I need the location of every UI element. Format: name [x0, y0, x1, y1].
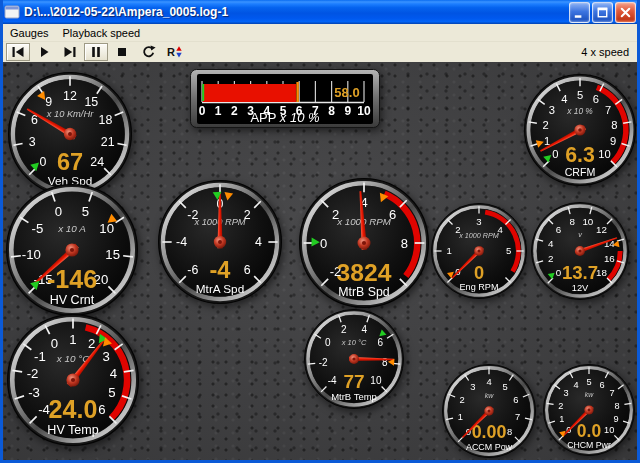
- tick-label: -3: [28, 385, 40, 400]
- tick-label: 2: [548, 253, 553, 264]
- tick-label: 3: [476, 216, 481, 227]
- tick-label: 0: [320, 236, 327, 251]
- tick-label: -4: [176, 235, 187, 249]
- loop-button[interactable]: [136, 43, 160, 61]
- skip-start-icon: [10, 44, 26, 60]
- app-icon: [4, 4, 20, 20]
- loop-icon: [140, 44, 156, 60]
- tick-label: 4: [486, 376, 491, 387]
- gauge-accm_pow: 012345678kw0.00ACCM Pow: [442, 364, 536, 458]
- bar-tick-label: 9: [344, 104, 351, 118]
- gauge-unit: x 1000 RPM: [458, 231, 499, 240]
- gauge-mtrb_temp: -4-20246810x 10 °C77MtrB Temp: [304, 309, 404, 409]
- tick-label: 0: [39, 155, 46, 169]
- tick-label: 8: [615, 401, 620, 411]
- gauge-label: 12V: [572, 283, 589, 293]
- skip-start-button[interactable]: [6, 43, 30, 61]
- tick-label: -6: [187, 263, 198, 277]
- stop-button[interactable]: [110, 43, 134, 61]
- tick-label: 6: [556, 224, 562, 235]
- bar-label: APP x 10 %: [250, 110, 319, 125]
- tick-label: -1: [34, 349, 46, 364]
- menu-playback-speed[interactable]: Playback speed: [56, 25, 148, 41]
- tick-label: 10: [598, 148, 610, 160]
- tick-label: 6: [513, 394, 518, 405]
- tick-label: 4: [548, 238, 554, 249]
- gauge-chcm_pwr: 012345678910kw0.0CHCM Pwr: [543, 364, 635, 456]
- stop-icon: [114, 44, 130, 60]
- gauge-unit: x 10 A: [57, 223, 86, 234]
- tick-label: 3: [549, 104, 555, 116]
- pause-button[interactable]: [84, 43, 108, 61]
- tick-label: 1: [559, 414, 564, 424]
- gauge-label: HV Crnt: [50, 293, 95, 307]
- tick-label: 10: [604, 425, 614, 435]
- tick-label: 3: [102, 349, 109, 364]
- gauge-hv_crnt: -15-10-505101520x 10 A-146HV Crnt: [6, 184, 138, 316]
- tick-label: 4: [110, 366, 117, 381]
- tick-label: 7: [515, 411, 520, 422]
- tick-label: 2: [341, 324, 347, 335]
- tick-label: 8: [611, 118, 617, 130]
- gauge-unit: kw: [585, 391, 594, 398]
- tick-label: 4: [561, 93, 567, 105]
- gauge-value: -146: [47, 265, 97, 293]
- tick-label: 6: [244, 263, 251, 277]
- bar-fill: [203, 84, 296, 102]
- tick-label: -4: [328, 375, 337, 386]
- maximize-icon: [595, 5, 610, 20]
- gauge-value: 6.3: [565, 143, 595, 167]
- close-button[interactable]: [615, 2, 636, 23]
- gauge-label: CHCM Pwr: [567, 440, 611, 450]
- tick-label: 21: [101, 135, 115, 149]
- bar-tick-label: 10: [357, 104, 371, 118]
- tick-label: -2: [27, 366, 39, 381]
- tick-label: 5: [108, 385, 115, 400]
- gauge-v12: 024681012141618v13.712V: [531, 202, 629, 300]
- gauge-value: -4: [210, 257, 231, 283]
- tick-label: 4: [255, 235, 262, 249]
- tick-label: 3: [470, 381, 475, 392]
- tick-label: 0: [325, 337, 331, 348]
- tick-label: 12: [596, 224, 607, 235]
- maximize-button[interactable]: [592, 2, 613, 23]
- tick-label: 18: [99, 113, 113, 127]
- reverse-button[interactable]: R: [162, 43, 186, 61]
- gauge-label: MtrB Temp: [331, 391, 377, 402]
- tick-label: 3: [563, 388, 568, 398]
- tick-label: -2: [319, 357, 328, 368]
- tick-label: 6: [599, 380, 604, 390]
- play-icon: [36, 44, 52, 60]
- gauge-value: 24.0: [49, 395, 98, 423]
- menu-gauges[interactable]: Gauges: [3, 25, 56, 41]
- gauge-mtrb_spd: -202468x 1000 RPM3824MtrB Spd: [299, 178, 429, 308]
- tick-label: 8: [401, 236, 408, 251]
- play-button[interactable]: [32, 43, 56, 61]
- bar-gauge-app: 01234567891058.0APP x 10 %: [190, 69, 380, 128]
- gauge-crfm: 012345678910x 10 %6.3CRFM: [524, 74, 636, 186]
- tick-label: 10: [99, 221, 114, 236]
- tick-label: 9: [614, 414, 619, 424]
- bar-tick-label: 8: [328, 104, 335, 118]
- gauge-value: 77: [343, 371, 364, 392]
- bar-value: 58.0: [334, 85, 359, 100]
- skip-end-button[interactable]: [58, 43, 82, 61]
- gauge-value: 0: [474, 262, 484, 283]
- tick-label: 0: [51, 336, 58, 351]
- menu-bar: Gauges Playback speed: [3, 24, 637, 42]
- tick-label: 3: [29, 135, 36, 149]
- title-bar[interactable]: D:\...\2012-05-22\Ampera_0005.log-1: [0, 0, 640, 24]
- tick-label: 16: [604, 253, 615, 264]
- bar-tick-label: 0: [199, 104, 206, 118]
- tick-label: 2: [88, 336, 95, 351]
- dashboard: 01234567891058.0APP x 10 %03691215182124…: [3, 62, 637, 460]
- gauge-hv_temp: -4-3-2-10123456x 10 °C24.0HV Temp: [7, 314, 139, 446]
- bar-tick-label: 1: [215, 104, 222, 118]
- gauge-value: 0.0: [577, 421, 601, 441]
- tick-label: -5: [31, 221, 43, 236]
- playback-toolbar: R 4 x speed: [3, 42, 637, 62]
- minimize-button[interactable]: [569, 2, 590, 23]
- tick-label: 7: [610, 388, 615, 398]
- tick-label: 15: [84, 95, 98, 109]
- gauge-value: 67: [57, 149, 83, 175]
